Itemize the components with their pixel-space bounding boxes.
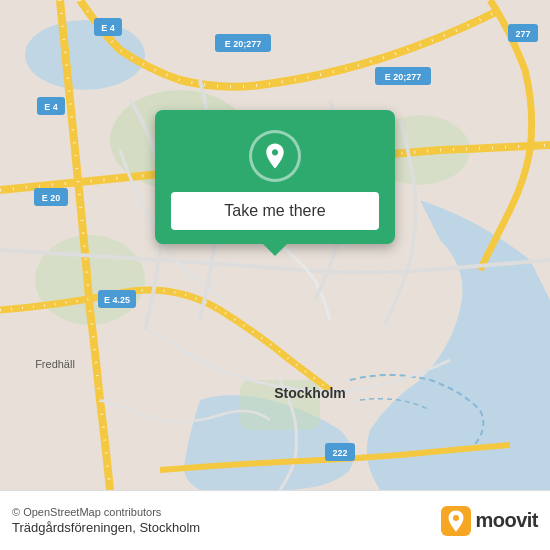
moovit-logo: moovit: [441, 506, 538, 536]
svg-text:E 4: E 4: [44, 102, 58, 112]
svg-text:E 4: E 4: [101, 23, 115, 33]
svg-text:222: 222: [332, 448, 347, 458]
location-popup: Take me there: [155, 110, 395, 244]
bottom-bar: © OpenStreetMap contributors Trädgårdsfö…: [0, 490, 550, 550]
moovit-brand-text: moovit: [475, 509, 538, 532]
attribution-text: © OpenStreetMap contributors: [12, 506, 200, 518]
svg-point-25: [453, 515, 459, 521]
map-container: E 4 E 4 E 20 E 20;277 E 20;277 277 E 4.2…: [0, 0, 550, 490]
svg-text:E 20: E 20: [42, 193, 61, 203]
take-me-there-button[interactable]: Take me there: [171, 192, 379, 230]
svg-text:277: 277: [515, 29, 530, 39]
svg-text:Fredhäll: Fredhäll: [35, 358, 75, 370]
location-pin-icon: [249, 130, 301, 182]
svg-text:Stockholm: Stockholm: [274, 385, 346, 401]
location-name: Trädgårdsföreningen, Stockholm: [12, 520, 200, 535]
svg-text:E 4.25: E 4.25: [104, 295, 130, 305]
svg-text:E 20;277: E 20;277: [225, 39, 262, 49]
moovit-pin-icon: [441, 506, 471, 536]
svg-text:E 20;277: E 20;277: [385, 72, 422, 82]
